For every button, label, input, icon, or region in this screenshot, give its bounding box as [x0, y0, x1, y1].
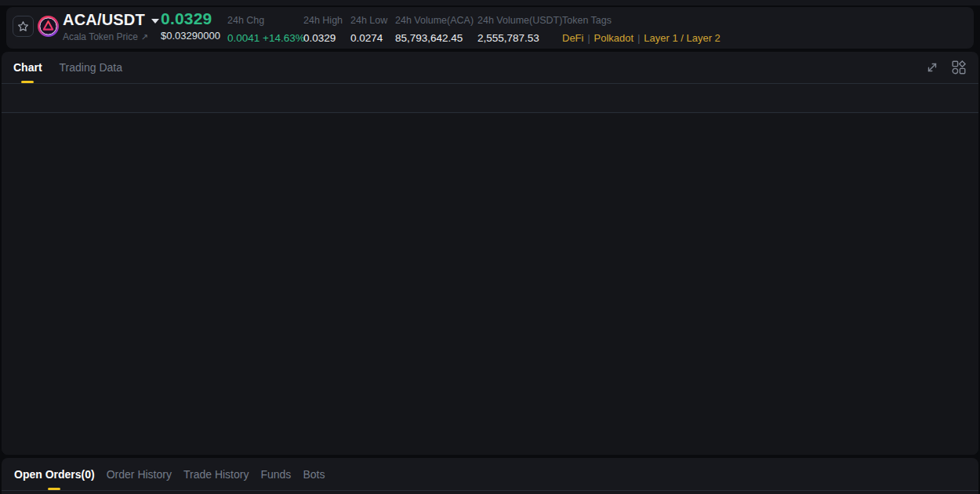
stat-label: 24h Low: [350, 15, 387, 26]
star-icon: [17, 20, 29, 32]
tab-label: Trading Data: [60, 61, 122, 74]
layout-widgets-button[interactable]: [952, 60, 966, 74]
tab-trade-history[interactable]: Trade History: [183, 458, 249, 490]
stat-value: 0.0041 +14.63%: [227, 32, 305, 44]
stat-label: 24h Volume(USDT): [477, 15, 562, 26]
chevron-down-icon: [151, 19, 159, 24]
tag-layer[interactable]: Layer 1 / Layer 2: [644, 32, 720, 44]
orders-section: Open Orders(0) Order History Trade Histo…: [2, 458, 978, 494]
tag-separator: |: [633, 33, 644, 44]
tag-polkadot[interactable]: Polkadot: [594, 32, 634, 44]
expand-diagonal-icon: [926, 61, 938, 74]
stat-value: 2,555,787.53: [477, 32, 562, 44]
fiat-price: $0.03290000: [161, 30, 220, 42]
token-price-link[interactable]: Acala Token Price ↗: [63, 31, 159, 42]
orders-tabbar: Open Orders(0) Order History Trade Histo…: [2, 458, 978, 491]
active-tab-indicator: [48, 488, 60, 490]
tag-separator: |: [583, 33, 593, 44]
last-price-block: 0.0329 $0.03290000: [161, 7, 220, 42]
chart-tabbar: Chart Trading Data: [2, 52, 978, 84]
tab-label: Bots: [303, 468, 325, 481]
token-tags-label: Token Tags: [562, 15, 720, 26]
tab-chart[interactable]: Chart: [13, 52, 42, 83]
token-price-label: Acala Token Price: [63, 31, 138, 42]
last-price: 0.0329: [161, 9, 220, 28]
stat-value: 85,793,642.45: [395, 32, 474, 44]
tab-label: Order History: [107, 468, 172, 481]
stat-24h-change: 24h Chg 0.0041 +14.63%: [227, 7, 305, 44]
stat-24h-volume-quote: 24h Volume(USDT) 2,555,787.53: [477, 7, 562, 44]
chart-section: Chart Trading Data: [2, 52, 978, 455]
active-tab-indicator: [21, 81, 34, 83]
external-link-icon: ↗: [141, 32, 148, 42]
expand-chart-button[interactable]: [926, 61, 938, 74]
chart-toolbar-strip: [2, 84, 978, 113]
stat-24h-low: 24h Low 0.0274: [350, 7, 387, 44]
stat-label: 24h Chg: [227, 15, 305, 26]
tab-open-orders[interactable]: Open Orders(0): [14, 458, 95, 490]
chart-area[interactable]: [2, 114, 978, 455]
tab-label: Trade History: [183, 468, 249, 481]
tab-label: Funds: [260, 468, 291, 481]
widgets-grid-icon: [952, 60, 966, 74]
pair-name: ACA/USDT: [63, 11, 145, 29]
tab-label: Open Orders(0): [14, 468, 95, 481]
stat-label: 24h Volume(ACA): [395, 15, 474, 26]
stat-24h-high: 24h High 0.0329: [303, 7, 343, 44]
tab-bots[interactable]: Bots: [303, 458, 325, 490]
tab-label: Chart: [13, 61, 42, 74]
tab-order-history[interactable]: Order History: [107, 458, 172, 490]
top-nav-edge: [0, 0, 980, 5]
favorite-button[interactable]: [13, 16, 34, 37]
token-tags-block: Token Tags DeFi|Polkadot|Layer 1 / Layer…: [562, 7, 720, 44]
tab-trading-data[interactable]: Trading Data: [60, 52, 122, 83]
token-logo-icon: [38, 16, 59, 37]
stat-value: 0.0274: [350, 32, 387, 44]
pair-selector[interactable]: ACA/USDT: [63, 11, 159, 29]
pair-header: ACA/USDT Acala Token Price ↗ 0.0329 $0.0…: [6, 7, 974, 49]
orders-list-area: [2, 491, 978, 494]
tag-defi[interactable]: DeFi: [562, 32, 583, 44]
stat-label: 24h High: [303, 15, 343, 26]
stat-value: 0.0329: [303, 32, 343, 44]
stat-24h-volume-base: 24h Volume(ACA) 85,793,642.45: [395, 7, 474, 44]
tab-funds[interactable]: Funds: [260, 458, 291, 490]
